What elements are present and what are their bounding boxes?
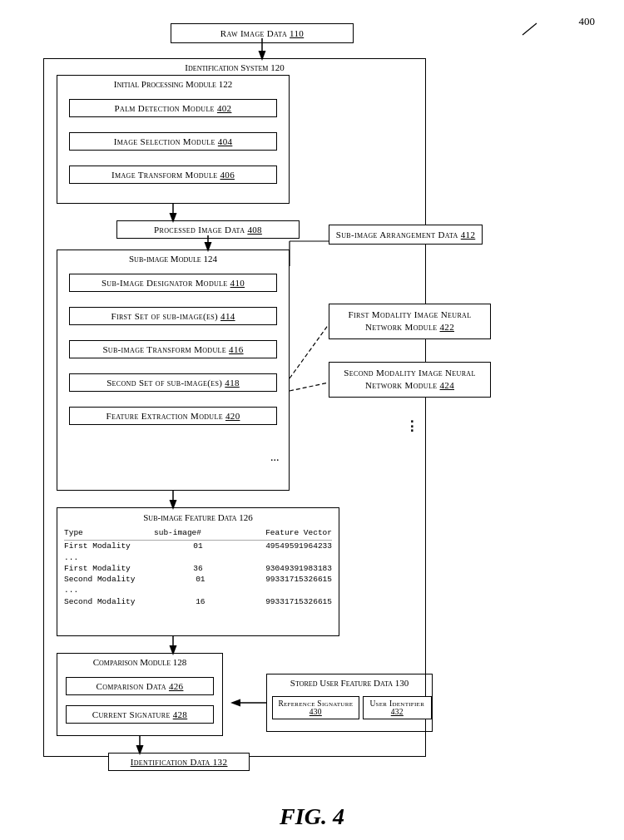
ref-sig-box: Reference Signature 430 — [272, 696, 359, 719]
page: 400 Raw Image Data 110 Identification Sy… — [0, 0, 624, 840]
sub-img-module-group: Sub-image Module 124 Sub-Image Designato… — [57, 250, 290, 491]
svg-line-0 — [522, 23, 537, 35]
nn-dots: ⋮ — [405, 418, 418, 434]
sub-feat-data-title: Sub-image Feature Data 126 — [57, 512, 339, 522]
ref-400: 400 — [579, 15, 596, 28]
raw-image-num: 110 — [290, 28, 304, 38]
comparison-data-box: Comparison Data 426 — [66, 677, 214, 695]
id-data-box: Identification Data 132 — [108, 753, 250, 771]
stored-user-box: Stored User Feature Data 130 Reference S… — [266, 674, 433, 732]
second-nn-box: Second Modality Image Neural Network Mod… — [329, 362, 491, 398]
first-nn-box: First Modality Image Neural Network Modu… — [329, 304, 491, 339]
sub-img-module-label: Sub-image Module 124 — [129, 254, 217, 264]
figure-label: FIG. 4 — [0, 803, 624, 830]
id-system-label: Identification System 120 — [185, 62, 284, 72]
feature-table: Typesub-image#Feature Vector First Modal… — [57, 524, 339, 610]
comparison-module-label: Comparison Module 128 — [93, 657, 187, 667]
raw-image-label: Raw Image Data — [220, 28, 287, 38]
user-id-box: User Identifier 432 — [363, 696, 432, 719]
initial-proc-label: Initial Processing Module 122 — [114, 79, 233, 89]
first-set-box: First Set of sub-image(es) 414 — [69, 307, 277, 325]
feat-extract-box: Feature Extraction Module 420 — [69, 407, 277, 425]
initial-proc-group: Initial Processing Module 122 Palm Detec… — [57, 75, 290, 204]
img-transform-box: Image Transform Module 406 — [69, 166, 277, 184]
ellipsis-dots: ··· — [270, 454, 280, 467]
stored-user-label: Stored User Feature Data 130 — [290, 678, 409, 688]
current-sig-box: Current Signature 428 — [66, 705, 214, 724]
id-data-label: Identification Data 132 — [131, 757, 228, 767]
sub-img-arr-box: Sub-image Arrangement Data 412 — [329, 225, 483, 245]
sub-img-trans-box: Sub-image Transform Module 416 — [69, 340, 277, 358]
sub-feat-data-box: Sub-image Feature Data 126 Typesub-image… — [57, 507, 339, 636]
processed-img-box: Processed Image Data 408 — [116, 220, 300, 239]
second-set-box: Second Set of sub-image(es) 418 — [69, 373, 277, 392]
sub-img-desig-box: Sub-Image Designator Module 410 — [69, 274, 277, 292]
comparison-module-group: Comparison Module 128 Comparison Data 42… — [57, 653, 223, 736]
raw-image-box: Raw Image Data 110 — [171, 23, 354, 43]
palm-detect-box: Palm Detection Module 402 — [69, 99, 277, 117]
img-select-box: Image Selection Module 404 — [69, 132, 277, 151]
